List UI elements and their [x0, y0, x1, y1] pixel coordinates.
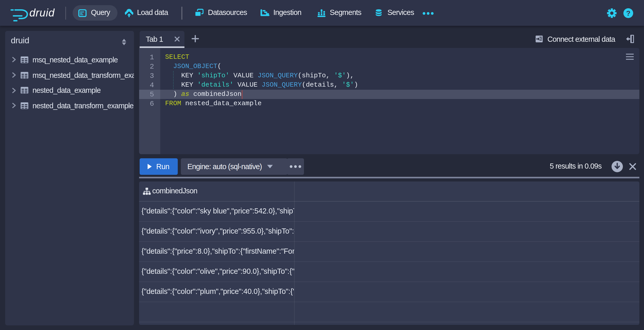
- svg-text:?: ?: [626, 9, 630, 17]
